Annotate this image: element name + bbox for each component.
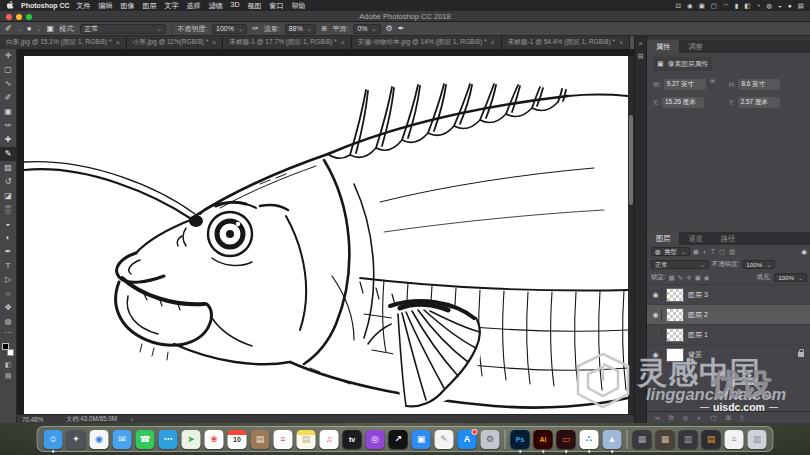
history-brush-tool[interactable]: ↺ xyxy=(0,175,17,189)
collapse-panels-icon[interactable]: » xyxy=(639,40,643,47)
new-layer-icon[interactable]: ⊞ xyxy=(725,414,730,422)
dock-textedit[interactable]: ✎ xyxy=(434,430,455,449)
link-layers-icon[interactable]: ∞ xyxy=(655,414,660,421)
adjustment-layer-icon[interactable]: ◐ xyxy=(697,414,701,421)
users-icon[interactable]: ◍ xyxy=(766,0,772,11)
brush-panel-toggle-icon[interactable]: ▣ xyxy=(47,24,55,33)
pressure-size-icon[interactable]: ✒ xyxy=(398,24,405,33)
quick-mask-icon[interactable]: ◧ xyxy=(0,359,17,370)
dodge-tool[interactable]: ◐ xyxy=(0,231,17,245)
dock-launchpad[interactable]: ✦ xyxy=(66,430,87,449)
input-method-icon[interactable]: ◧ xyxy=(744,0,750,11)
brush-tool[interactable]: ✎ xyxy=(0,147,17,161)
link-dimensions-icon[interactable]: ∞ xyxy=(710,77,715,84)
dock-folder-photos[interactable]: ▦ xyxy=(655,430,676,449)
apple-logo-icon[interactable] xyxy=(6,2,14,10)
dock-photoshop[interactable]: Ps xyxy=(510,430,531,449)
layer-opacity-select[interactable]: 100% ⌄ xyxy=(742,260,775,269)
tab-通道[interactable]: 通道 xyxy=(679,232,711,245)
dock-messages[interactable]: ☎ xyxy=(135,430,156,449)
quick-selection-tool[interactable]: ✐ xyxy=(0,91,17,105)
close-window-button[interactable] xyxy=(6,14,12,20)
tab-调整[interactable]: 调整 xyxy=(679,40,711,53)
record-icon[interactable]: ◉ xyxy=(687,0,693,11)
notification-center-icon[interactable]: ▤ xyxy=(798,0,804,11)
field-value[interactable]: 15.26 厘米 xyxy=(662,97,704,108)
layer-thumbnail[interactable] xyxy=(666,328,684,342)
canvas[interactable] xyxy=(24,56,628,414)
brush-tip-icon[interactable]: ● xyxy=(27,24,32,33)
dock-system-preferences[interactable]: ⚙ xyxy=(480,430,501,449)
flow-select[interactable]: 88% ⌄ xyxy=(285,24,316,34)
visibility-toggle[interactable] xyxy=(650,329,662,341)
background-color-swatch[interactable] xyxy=(7,349,14,356)
layer-thumbnail[interactable] xyxy=(666,308,684,322)
dock-tutorial-app[interactable]: ▭ xyxy=(556,430,577,449)
pressure-opacity-icon[interactable]: ✑ xyxy=(252,24,259,33)
dock-safari[interactable]: ◉ xyxy=(89,430,110,449)
layer-row[interactable]: ◉图层 2 xyxy=(647,305,810,325)
layer-mask-icon[interactable]: ◎ xyxy=(683,414,689,422)
scrollbar-thumb[interactable] xyxy=(629,115,633,205)
dock-documents-stack[interactable]: ≡ xyxy=(724,430,745,449)
field-value[interactable]: 9.27 英寸 xyxy=(664,79,706,90)
close-tab-icon[interactable]: × xyxy=(341,39,345,46)
zoom-tool[interactable]: ◍ xyxy=(0,315,17,329)
clone-stamp-tool[interactable]: ▨ xyxy=(0,161,17,175)
spotlight-icon[interactable]: ◒ xyxy=(778,0,782,11)
dock-folder-apps[interactable]: ▥ xyxy=(678,430,699,449)
dock-photos[interactable]: ❀ xyxy=(204,430,225,449)
zoom-level-field[interactable]: 70.48% xyxy=(22,416,52,423)
dock-itunes[interactable]: ♫ xyxy=(319,430,340,449)
visibility-toggle[interactable]: ◉ xyxy=(650,349,662,361)
close-tab-icon[interactable]: × xyxy=(491,39,495,46)
smoothing-gear-icon[interactable]: ⚙ xyxy=(386,24,393,33)
dock-chat-app[interactable]: ⋯ xyxy=(158,430,179,449)
dock-image-viewer[interactable]: ▲ xyxy=(602,430,623,449)
field-value[interactable]: 2.57 厘米 xyxy=(738,97,780,108)
marquee-tool[interactable]: ▢ xyxy=(0,63,17,77)
menubar-menu-item[interactable]: 窗口 xyxy=(270,1,284,11)
dock-trash[interactable]: ▥ xyxy=(747,430,768,449)
wifi-icon[interactable]: ◠ xyxy=(723,0,729,11)
dock-illustrator[interactable]: Ai xyxy=(533,430,554,449)
field-value[interactable]: 8.6 英寸 xyxy=(738,79,780,90)
fill-select[interactable]: 100% ⌄ xyxy=(774,273,807,282)
siri-icon[interactable]: ● xyxy=(788,0,792,11)
visibility-toggle[interactable]: ◉ xyxy=(650,289,662,301)
document-tab[interactable]: 小黑.jpg @ 11%(RGB/8) *× xyxy=(127,36,224,49)
lock-position-icon[interactable]: ✛ xyxy=(686,274,691,282)
menubar-menu-item[interactable]: 图像 xyxy=(121,1,135,11)
dock-apple-tv[interactable]: tv xyxy=(342,430,363,449)
menubar-menu-item[interactable]: 3D xyxy=(231,1,240,11)
dock-calendar[interactable]: 10 xyxy=(227,430,248,449)
filter-toggle-icon[interactable]: ◉ xyxy=(801,248,807,256)
smoothing-select[interactable]: 0% ⌄ xyxy=(353,24,380,34)
gradient-tool[interactable]: ▒ xyxy=(0,203,17,217)
dock-contacts[interactable]: ▤ xyxy=(250,430,271,449)
filter-type-icon[interactable]: T xyxy=(711,248,715,256)
dock-maps[interactable]: ➤ xyxy=(181,430,202,449)
close-tab-icon[interactable]: × xyxy=(619,39,623,46)
opacity-select[interactable]: 100% ⌄ xyxy=(212,24,247,34)
menubar-menu-item[interactable]: 文件 xyxy=(77,1,91,11)
mode-select[interactable]: 正常 ⌄ xyxy=(80,24,166,34)
lock-artboard-icon[interactable]: ▣ xyxy=(695,274,701,282)
tab-路径[interactable]: 路径 xyxy=(712,232,744,245)
move-tool[interactable]: ✛ xyxy=(0,49,17,63)
dock-keynote[interactable]: ▣ xyxy=(411,430,432,449)
document-tab[interactable]: 白墨.jpg @ 15.1% (图层 1, RGB/8) *× xyxy=(0,36,127,49)
layer-row[interactable]: ◉图层 3 xyxy=(647,285,810,305)
menubar-app-name[interactable]: Photoshop CC xyxy=(21,2,70,9)
screen-mirroring-icon[interactable]: ⊡ xyxy=(676,0,681,11)
eyedropper-tool[interactable]: ✑ xyxy=(0,119,17,133)
filter-smart-object-icon[interactable]: ▥ xyxy=(729,248,735,256)
type-tool[interactable]: T xyxy=(0,259,17,273)
filter-adjustment-icon[interactable]: ◐ xyxy=(703,248,707,256)
close-tab-icon[interactable]: × xyxy=(116,39,120,46)
dock-folder-projects[interactable]: ▦ xyxy=(632,430,653,449)
pen-tool[interactable]: ✒ xyxy=(0,245,17,259)
dock-stocks[interactable]: ↗ xyxy=(388,430,409,449)
dock-finder[interactable]: ☺ xyxy=(43,430,64,449)
new-group-icon[interactable]: ▢ xyxy=(710,414,716,422)
